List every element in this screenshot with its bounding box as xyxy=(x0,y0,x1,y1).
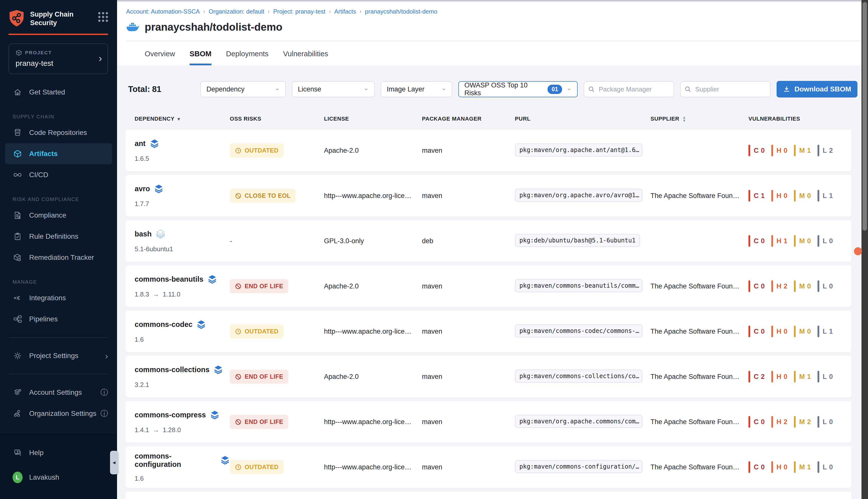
purl-value[interactable]: pkg:deb/ubuntu/bash@5.1-6ubuntu1 xyxy=(515,234,640,247)
severity-count: 0 xyxy=(784,463,788,471)
sidebar-item-label: Compliance xyxy=(29,211,66,219)
project-selector[interactable]: PROJECT pranay-test › xyxy=(9,44,108,74)
vulnerability-count-c: C2 xyxy=(748,371,765,382)
breadcrumb-artifacts[interactable]: Artifacts xyxy=(334,8,356,15)
sidebar-item-organization-settings[interactable]: Organization Settings ⓘ xyxy=(0,403,117,424)
severity-bar xyxy=(771,416,773,428)
severity-bar xyxy=(748,326,750,337)
owasp-risks-filter-dropdown[interactable]: OWASP OSS Top 10 Risks 01 xyxy=(458,81,578,97)
sidebar-item-code-repositories[interactable]: Code Repositories xyxy=(0,122,117,143)
breadcrumb-organization[interactable]: Organization: default xyxy=(209,8,264,15)
breadcrumb-project[interactable]: Project: pranay-test xyxy=(273,8,325,15)
notification-beacon-dot[interactable] xyxy=(854,247,862,255)
column-dependency[interactable]: DEPENDENCY▾ xyxy=(135,115,230,122)
sidebar-item-rule-definitions[interactable]: Rule Definitions xyxy=(0,226,117,247)
severity-count: 0 xyxy=(761,282,765,290)
table-row[interactable]: commons-codec 1.6 → xyxy=(126,311,852,352)
severity-bar xyxy=(794,190,796,202)
sidebar-item-account-settings[interactable]: Account Settings ⓘ xyxy=(0,382,117,403)
severity-letter: L xyxy=(823,328,827,336)
layers-icon xyxy=(196,320,206,330)
license-cell: http---www.apache.org-lice… xyxy=(324,192,422,200)
oss-risk-badge: END OF LIFE xyxy=(230,369,288,384)
project-label: PROJECT xyxy=(25,50,52,56)
purl-cell: pkg:maven/org.apache.ant/ant@1.6… xyxy=(515,144,650,158)
vulnerability-count-l: L0 xyxy=(818,416,833,428)
image-layer-filter-dropdown[interactable]: Image Layer xyxy=(381,81,452,97)
vulnerability-count-m: M0 xyxy=(794,326,811,337)
supplier-cell: The Apache Software Foun… xyxy=(650,328,748,336)
sidebar-item-artifacts[interactable]: Artifacts xyxy=(5,143,112,164)
table-row[interactable]: ant 1.6.5 → xyxy=(126,130,852,171)
table-row[interactable]: commons-compress 1.4.1 → xyxy=(126,401,852,443)
breadcrumb-artifact-name[interactable]: pranaycshah/todolist-demo xyxy=(365,8,437,15)
severity-bar xyxy=(794,145,796,156)
sidebar-item-label: Get Started xyxy=(29,88,65,96)
dependency-filter-dropdown[interactable]: Dependency xyxy=(200,81,286,97)
purl-value[interactable]: pkg:maven/org.apache.avro/avro@1… xyxy=(515,189,643,202)
license-cell: Apache-2.0 xyxy=(324,147,422,155)
vertical-scrollbar[interactable] xyxy=(861,0,868,499)
oss-risk-label: CLOSE TO EOL xyxy=(245,192,290,199)
table-row[interactable]: commons-collections 3.2.1 → xyxy=(126,356,852,398)
oss-risk-cell: END OF LIFE - xyxy=(230,279,324,293)
severity-bar xyxy=(771,461,773,473)
purl-value[interactable]: pkg:maven/commons-codec/commons-… xyxy=(515,324,643,338)
column-purl: PURL xyxy=(515,115,650,122)
sidebar-collapse-handle[interactable]: ◀ xyxy=(110,451,118,474)
severity-bar xyxy=(818,461,819,473)
info-icon[interactable]: ⓘ xyxy=(100,387,108,398)
sidebar-item-help[interactable]: Help xyxy=(0,442,117,463)
table-row[interactable]: avro 1.7.7 → xyxy=(126,175,852,217)
purl-value[interactable]: pkg:maven/org.apache.commons/com… xyxy=(515,415,643,428)
table-row[interactable]: bash 5.1-6ubuntu1 → xyxy=(126,220,852,262)
column-supplier[interactable]: SUPPLIER ▲▼ xyxy=(650,115,748,122)
package-manager-cell: maven xyxy=(422,192,515,200)
vulnerability-count-c: C0 xyxy=(748,326,765,337)
sidebar-item-cicd[interactable]: CI/CD xyxy=(0,164,117,185)
sidebar-item-remediation-tracker[interactable]: Remediation Tracker xyxy=(0,247,117,268)
purl-value[interactable]: pkg:maven/commons-beanutils/comm… xyxy=(515,279,643,292)
vulnerability-count-m: M0 xyxy=(794,190,811,202)
severity-count: 0 xyxy=(784,373,788,381)
info-icon[interactable]: ⓘ xyxy=(100,409,108,419)
severity-letter: M xyxy=(799,463,805,471)
purl-value[interactable]: pkg:maven/commons-collections/co… xyxy=(515,369,643,383)
severity-bar xyxy=(794,416,796,428)
tab-vulnerabilities[interactable]: Vulnerabilities xyxy=(283,50,328,65)
purl-value[interactable]: pkg:maven/org.apache.ant/ant@1.6… xyxy=(515,144,643,157)
dependency-upgrade-version: 1.11.0 xyxy=(163,291,180,298)
sidebar-item-compliance[interactable]: Compliance xyxy=(0,205,117,226)
package-manager-search-input[interactable] xyxy=(584,81,674,97)
severity-letter: L xyxy=(823,463,827,471)
module-grid-icon[interactable] xyxy=(98,12,108,22)
vulnerability-count-c: C0 xyxy=(748,145,765,156)
sidebar-item-pipelines[interactable]: Pipelines xyxy=(0,308,117,330)
license-cell: Apache-2.0 xyxy=(324,373,422,381)
sidebar-item-label: CI/CD xyxy=(29,171,48,179)
table-row[interactable]: commons-configuration 1.6 → xyxy=(126,446,852,488)
section-label-risk-compliance: RISK AND COMPLIANCE xyxy=(0,196,117,202)
sidebar-item-integrations[interactable]: Integrations xyxy=(0,288,117,308)
vulnerability-count-c: C0 xyxy=(748,235,765,247)
sbom-content: Total:81 Dependency License Image Layer xyxy=(117,81,868,499)
breadcrumb-account[interactable]: Account: Automation-SSCA xyxy=(126,8,200,15)
severity-bar xyxy=(818,145,819,156)
purl-value[interactable]: pkg:maven/commons-configuration/… xyxy=(515,460,643,473)
tab-deployments[interactable]: Deployments xyxy=(226,50,269,65)
severity-count: 0 xyxy=(829,418,833,426)
tab-sbom[interactable]: SBOM xyxy=(190,50,211,65)
license-filter-dropdown[interactable]: License xyxy=(292,81,375,97)
table-row[interactable]: commons-fileupload → xyxy=(126,491,852,499)
table-row[interactable]: commons-beanutils 1.8.3 → xyxy=(126,265,852,307)
tab-overview[interactable]: Overview xyxy=(145,50,175,65)
sidebar-item-get-started[interactable]: Get Started xyxy=(0,82,117,103)
oss-risk-label: OUTDATED xyxy=(245,464,278,471)
sidebar-item-project-settings[interactable]: Project Settings › xyxy=(0,345,117,366)
supplier-search-input[interactable] xyxy=(680,81,771,97)
download-sbom-button[interactable]: Download SBOM xyxy=(777,81,857,97)
user-menu[interactable]: L Lavakush xyxy=(0,467,117,488)
dependency-cell: ant 1.6.5 → xyxy=(135,139,230,162)
scrollbar-thumb[interactable] xyxy=(863,2,867,231)
severity-letter: H xyxy=(777,147,782,155)
